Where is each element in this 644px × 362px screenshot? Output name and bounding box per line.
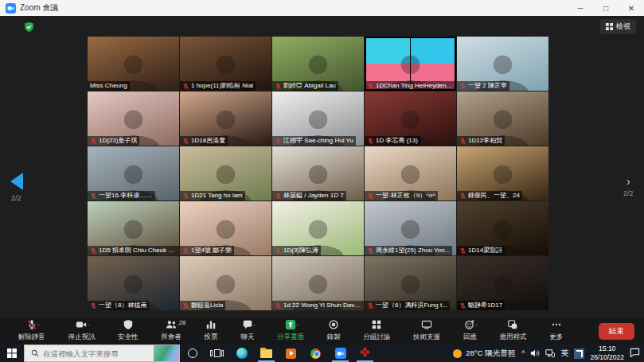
participant-video-tile[interactable]: 一望16-李梓康…… [88, 146, 179, 200]
toolbar-button-support[interactable]: 技術支援 [408, 318, 445, 344]
participant-video-tile[interactable]: 1D14梁顥詩 [457, 201, 548, 255]
taskbar-search[interactable] [24, 344, 180, 362]
maximize-icon[interactable]: □ [593, 0, 619, 16]
toolbar-button-label: 聊天 [240, 333, 254, 342]
participant-video-tile[interactable]: 1d 22 Wong Yi Shun Davina [272, 256, 364, 310]
participant-video-tile[interactable]: 1D5 招卓朗 Chiu Cheuk L... [88, 201, 179, 255]
participant-name: 駱靜希1D17 [468, 301, 502, 310]
participant-name: 1D21 Tang ho lam [191, 191, 243, 200]
chevron-up-icon[interactable]: ˆ [37, 323, 40, 330]
participant-video-tile[interactable]: 1D(3)陳弘浠 [272, 201, 364, 255]
participant-name: 一望 2 陳芷寧 [468, 81, 507, 91]
participant-video-tile[interactable]: 一望-林芷攸（9）^o^ [365, 146, 456, 200]
toolbar-button-chat[interactable]: ˆ 聊天 [236, 318, 259, 344]
toolbar-button-apps[interactable]: 應用程式 [494, 318, 531, 344]
participant-video-tile[interactable]: 劉綽亞 Abigail Lau [272, 37, 364, 91]
participant-video-tile[interactable]: 江栩宇 Sae-ching Hui Yu [272, 91, 364, 146]
participant-name-label: 鍾俊民、一望、24 [457, 191, 522, 200]
participant-name-label: 1d 22 Wong Yi Shun Davina [272, 301, 364, 310]
end-meeting-button[interactable]: 結束 [599, 323, 634, 340]
task-view-button[interactable] [205, 344, 229, 362]
participant-video-tile[interactable]: 鍾俊民、一望、24 [457, 146, 548, 200]
minimize-icon[interactable]: ─ [568, 0, 593, 16]
page-indicator-right: 2/2 [623, 189, 634, 197]
toolbar-button-label: 技術支援 [413, 333, 440, 342]
participant-video-tile[interactable]: 一望（8）林檍南 [88, 256, 179, 310]
chevron-up-icon[interactable]: ˆ [177, 323, 179, 330]
next-page-arrow-icon[interactable]: › [626, 176, 630, 187]
participant-video-tile[interactable]: 1D21 Tang ho lam [180, 146, 271, 200]
participant-video-tile[interactable]: 林晨鎰 / Jayden 1D 7 [272, 146, 364, 200]
participant-name-label: 1望4號 鄒子樂 [180, 246, 234, 255]
weather-widget[interactable]: 28°C 陽光普照 [453, 348, 515, 359]
participant-video-tile[interactable]: 鄒鎧嘉Licia [180, 256, 271, 310]
file-explorer-icon [260, 349, 272, 358]
mic-muted-icon [26, 319, 37, 332]
muted-mic-icon [90, 138, 97, 145]
previous-page-arrow-icon[interactable] [10, 173, 23, 190]
media-player-button[interactable] [279, 344, 303, 362]
participant-name-label: 一望 2 陳芷寧 [457, 81, 509, 91]
participant-video-tile[interactable]: 周永維1望(25) Zhou Yon... [365, 201, 456, 255]
hidden-icons-chevron[interactable]: ^ [521, 349, 525, 357]
participant-video-tile[interactable]: 1 hope(11)劉晧桓 Nial [180, 37, 271, 91]
participant-video-tile[interactable]: 1望4號 鄒子樂 [180, 201, 271, 255]
toolbar-button-camera[interactable]: ˆ 停止視訊 [63, 318, 100, 344]
taskbar-clock[interactable]: 15:10 26/10/2022 [590, 344, 624, 361]
flower-app-button[interactable] [353, 344, 377, 362]
start-button[interactable] [0, 344, 24, 362]
chevron-up-icon[interactable]: ˆ [476, 323, 478, 330]
muted-mic-icon [182, 302, 189, 309]
toolbar-button-share-screen[interactable]: ˆ 分享畫面 [272, 318, 309, 344]
volume-icon[interactable] [530, 348, 540, 358]
file-explorer-button[interactable] [254, 344, 279, 362]
flower-app-icon [360, 346, 370, 360]
participant-name: 一望（8）林檍南 [99, 301, 146, 310]
toolbar-button-more[interactable]: 更多 [544, 318, 568, 344]
zoom-app-button[interactable] [328, 344, 353, 362]
participant-video-tile[interactable]: Miss Cheung [88, 37, 179, 91]
search-input[interactable] [43, 349, 137, 358]
chrome-button[interactable] [303, 344, 328, 362]
toolbar-button-poll[interactable]: 投票 [200, 318, 223, 344]
toolbar-button-shield[interactable]: 安全性 [113, 318, 143, 344]
view-button[interactable]: 檢視 [600, 19, 636, 34]
muted-mic-icon [90, 302, 97, 309]
encryption-shield-icon[interactable] [24, 21, 34, 33]
edge-button[interactable] [229, 344, 254, 362]
cortana-button[interactable] [180, 344, 205, 362]
participant-video-tile[interactable]: 駱靜希1D17 [457, 256, 548, 310]
participant-video-tile[interactable]: 1D 李芯蕎 (13) [365, 91, 456, 146]
toolbar-button-label: 解除靜音 [18, 333, 45, 342]
participant-video-tile[interactable]: 1D12李柏賢 [457, 91, 548, 146]
search-icon [31, 349, 39, 357]
toolbar-button-label: 安全性 [118, 333, 139, 342]
action-center-button[interactable] [630, 346, 640, 360]
search-highlight-image[interactable] [154, 345, 179, 361]
toolbar-button-record[interactable]: 錄製 [322, 318, 345, 344]
participant-video-tile[interactable]: 一望（6）馮梓淇Fung t... [365, 256, 456, 310]
ime-mode-icon[interactable] [574, 348, 584, 359]
participant-video-tile[interactable]: 1D18呂洛萱 [180, 91, 271, 146]
participant-video-tile[interactable]: 1DChan Ting HeiHeyden（... [365, 37, 456, 91]
toolbar-button-reactions[interactable]: ˆ 回應 [459, 318, 482, 344]
close-icon[interactable]: ✕ [619, 0, 644, 16]
participant-name: 1DChan Ting HeiHeyden（... [376, 81, 454, 91]
participant-name-label: 1D(23)葉子琪 [88, 136, 139, 146]
participant-video-tile[interactable]: 一望 2 陳芷寧 [457, 37, 548, 91]
participant-name: 周永維1望(25) Zhou Yon... [376, 246, 450, 255]
chevron-up-icon[interactable]: ˆ [296, 323, 299, 330]
participant-name-label: 1D12李柏賢 [457, 136, 505, 146]
toolbar-button-participants[interactable]: 28 ˆ 與會者 [156, 318, 186, 344]
toolbar-button-mic-muted[interactable]: ˆ 解除靜音 [14, 318, 50, 344]
participant-video-tile[interactable]: 1D(23)葉子琪 [88, 91, 179, 146]
chevron-up-icon[interactable]: ˆ [88, 323, 90, 330]
page-indicator-left: 2/2 [11, 194, 21, 202]
input-language-indicator[interactable]: 英 [560, 348, 568, 359]
toolbar-button-breakout-rooms[interactable]: 分組討論 [358, 318, 395, 344]
muted-mic-icon [459, 83, 466, 90]
chevron-up-icon[interactable]: ˆ [253, 323, 256, 330]
more-icon [551, 319, 562, 332]
network-icon[interactable] [545, 348, 555, 358]
date-text: 26/10/2022 [590, 353, 624, 362]
